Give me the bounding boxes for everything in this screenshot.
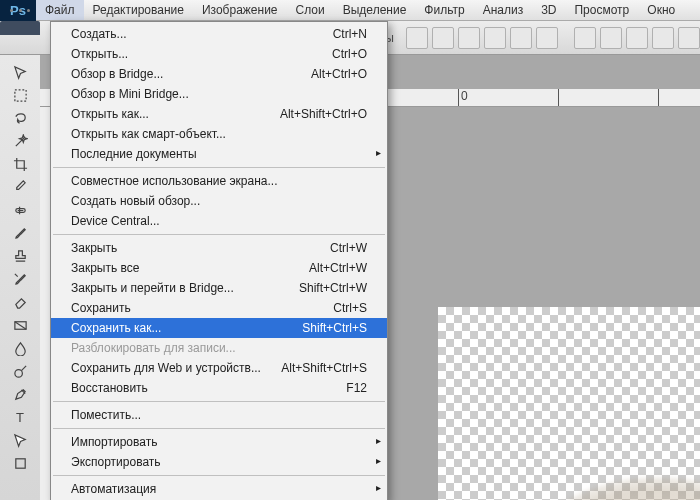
menu-item-label: Экспортировать	[71, 455, 161, 469]
healing-tool-icon[interactable]	[8, 199, 32, 221]
menu-separator	[53, 475, 385, 476]
menu-item-shortcut: Ctrl+W	[330, 241, 367, 255]
type-tool-icon[interactable]: T	[8, 406, 32, 428]
svg-rect-0	[14, 89, 25, 100]
menu-item[interactable]: Обзор в Mini Bridge...	[51, 84, 387, 104]
menu-item-label: Обзор в Bridge...	[71, 67, 163, 81]
menu-item-shortcut: Alt+Shift+Ctrl+O	[280, 107, 367, 121]
menu-item[interactable]: Автоматизация	[51, 479, 387, 499]
menu-item[interactable]: Сохранить как...Shift+Ctrl+S	[51, 318, 387, 338]
menu-фильтр[interactable]: Фильтр	[415, 0, 473, 20]
menu-item-shortcut: Alt+Shift+Ctrl+S	[281, 361, 367, 375]
move-tool-icon[interactable]	[8, 61, 32, 83]
menu-item-label: Сохранить	[71, 301, 131, 315]
menu-item-label: Открыть как...	[71, 107, 149, 121]
menu-просмотр[interactable]: Просмотр	[565, 0, 638, 20]
menu-item-label: Последние документы	[71, 147, 197, 161]
menubar: Ps ФайлРедактированиеИзображениеСлоиВыде…	[0, 0, 700, 21]
align-icon[interactable]	[536, 27, 558, 49]
menu-item[interactable]: ЗакрытьCtrl+W	[51, 238, 387, 258]
stamp-tool-icon[interactable]	[8, 245, 32, 267]
menu-item-label: Закрыть и перейти в Bridge...	[71, 281, 234, 295]
ruler-tick	[658, 89, 700, 106]
menu-item[interactable]: Импортировать	[51, 432, 387, 452]
menu-item[interactable]: Создать...Ctrl+N	[51, 24, 387, 44]
shape-tool-icon[interactable]	[8, 452, 32, 474]
wand-tool-icon[interactable]	[8, 130, 32, 152]
distribute-icon[interactable]	[626, 27, 648, 49]
gradient-tool-icon[interactable]	[8, 314, 32, 336]
ruler-tick: 0	[458, 89, 558, 106]
lasso-tool-icon[interactable]	[8, 107, 32, 129]
path-tool-icon[interactable]	[8, 429, 32, 451]
menu-item-label: Восстановить	[71, 381, 148, 395]
transparent-canvas[interactable]	[438, 307, 700, 500]
distribute-icon[interactable]	[678, 27, 700, 49]
ruler-tick	[558, 89, 658, 106]
menu-item-shortcut: Ctrl+O	[332, 47, 367, 61]
dodge-tool-icon[interactable]	[8, 360, 32, 382]
distribute-icon[interactable]	[600, 27, 622, 49]
menu-item[interactable]: Device Central...	[51, 211, 387, 231]
menu-выделение[interactable]: Выделение	[334, 0, 416, 20]
align-icon[interactable]	[432, 27, 454, 49]
menu-item[interactable]: Закрыть всеAlt+Ctrl+W	[51, 258, 387, 278]
menu-separator	[53, 428, 385, 429]
menu-item-label: Импортировать	[71, 435, 157, 449]
align-icon[interactable]	[484, 27, 506, 49]
menu-item[interactable]: ВосстановитьF12	[51, 378, 387, 398]
menu-item[interactable]: Экспортировать	[51, 452, 387, 472]
menu-item[interactable]: Сохранить для Web и устройств...Alt+Shif…	[51, 358, 387, 378]
align-icon[interactable]	[510, 27, 532, 49]
menu-item[interactable]: Последние документы	[51, 144, 387, 164]
menu-item[interactable]: Совместное использование экрана...	[51, 171, 387, 191]
menu-item[interactable]: Открыть как смарт-объект...	[51, 124, 387, 144]
menu-item[interactable]: Закрыть и перейти в Bridge...Shift+Ctrl+…	[51, 278, 387, 298]
menu-item[interactable]: Обзор в Bridge...Alt+Ctrl+O	[51, 64, 387, 84]
marquee-tool-icon[interactable]	[8, 84, 32, 106]
eraser-tool-icon[interactable]	[8, 291, 32, 313]
menu-item[interactable]: Создать новый обзор...	[51, 191, 387, 211]
panel-tab[interactable]	[0, 21, 40, 35]
menu-редактирование[interactable]: Редактирование	[84, 0, 193, 20]
menu-item[interactable]: Открыть...Ctrl+O	[51, 44, 387, 64]
eyedropper-tool-icon[interactable]	[8, 176, 32, 198]
menu-item-label: Закрыть	[71, 241, 117, 255]
history-brush-tool-icon[interactable]	[8, 268, 32, 290]
menu-item-shortcut: Shift+Ctrl+W	[299, 281, 367, 295]
menu-item[interactable]: Поместить...	[51, 405, 387, 425]
distribute-icon[interactable]	[574, 27, 596, 49]
drag-handle-icon[interactable]	[10, 9, 30, 12]
svg-rect-4	[15, 458, 24, 467]
menu-item[interactable]: СохранитьCtrl+S	[51, 298, 387, 318]
distribute-icon[interactable]	[652, 27, 674, 49]
menu-окно[interactable]: Окно	[638, 0, 684, 20]
blur-tool-icon[interactable]	[8, 337, 32, 359]
crop-tool-icon[interactable]	[8, 153, 32, 175]
pen-tool-icon[interactable]	[8, 383, 32, 405]
menu-изображение[interactable]: Изображение	[193, 0, 287, 20]
menu-анализ[interactable]: Анализ	[474, 0, 533, 20]
menu-item-label: Поместить...	[71, 408, 141, 422]
menu-3d[interactable]: 3D	[532, 0, 565, 20]
align-icon[interactable]	[458, 27, 480, 49]
menu-item-label: Открыть как смарт-объект...	[71, 127, 226, 141]
brush-tool-icon[interactable]	[8, 222, 32, 244]
menu-item-label: Создать новый обзор...	[71, 194, 200, 208]
align-icon[interactable]	[406, 27, 428, 49]
menu-item[interactable]: Открыть как...Alt+Shift+Ctrl+O	[51, 104, 387, 124]
tools-panel: T	[0, 55, 40, 500]
menu-item-shortcut: Shift+Ctrl+S	[302, 321, 367, 335]
menu-item-label: Закрыть все	[71, 261, 139, 275]
svg-point-3	[14, 369, 22, 377]
menu-item-shortcut: Alt+Ctrl+O	[311, 67, 367, 81]
menu-файл[interactable]: Файл	[36, 0, 84, 20]
menu-item: Разблокировать для записи...	[51, 338, 387, 358]
menu-item-label: Обзор в Mini Bridge...	[71, 87, 189, 101]
menu-item-shortcut: F12	[346, 381, 367, 395]
menu-item-label: Разблокировать для записи...	[71, 341, 236, 355]
menu-item-label: Сохранить как...	[71, 321, 161, 335]
menu-separator	[53, 167, 385, 168]
menu-слои[interactable]: Слои	[287, 0, 334, 20]
menu-item-label: Device Central...	[71, 214, 160, 228]
